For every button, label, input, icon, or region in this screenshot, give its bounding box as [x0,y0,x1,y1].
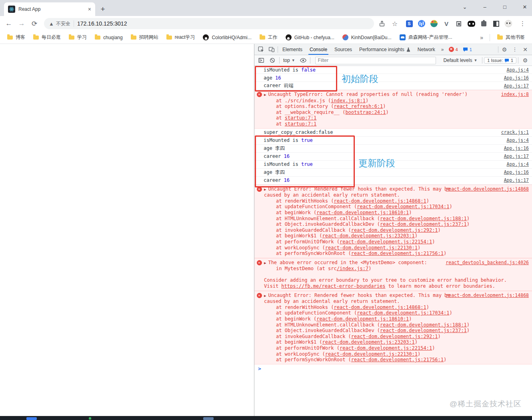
source-link[interactable]: react_devtools_backend.js:4026 [446,260,529,265]
security-warning[interactable]: ▲ 不安全 [49,20,70,27]
extension-copy-icon[interactable] [455,20,463,28]
back-icon[interactable]: ← [3,18,14,29]
issues-badge[interactable]: 1 [460,47,474,52]
bookmark-item[interactable]: 招聘网站 [128,33,162,42]
url-text[interactable]: 172.16.10.125:3012 [77,20,127,27]
tab-search-chevron-icon[interactable]: ⌄ [461,4,469,10]
source-link[interactable]: App.js:16 [499,75,529,81]
extension-sidebar-icon[interactable] [492,20,500,28]
stack-link[interactable]: react-dom.development.js:14868:1 [334,305,426,310]
console-filter-input[interactable] [315,57,436,64]
stack-link[interactable]: react-dom.development.js:23203:1 [322,339,415,345]
expand-triangle-icon[interactable]: ▶ [264,93,266,97]
more-tabs-icon[interactable]: » [439,47,446,52]
share-icon[interactable] [378,20,386,28]
bookmark-item[interactable]: react学习 [163,33,198,42]
stack-link[interactable]: react-dom.development.js:23203:1 [322,233,415,239]
console-settings-icon[interactable]: ⚙ [520,55,530,66]
new-tab-button[interactable]: + [98,4,108,14]
stack-link[interactable]: react-dom.development.js:14868:1 [334,198,426,204]
tab-elements[interactable]: Elements [279,44,306,55]
reload-icon[interactable]: ⟳ [29,18,40,29]
extension-s-icon[interactable]: S [405,20,413,28]
bookmark-item[interactable]: 学习 [66,33,90,42]
stack-link[interactable]: react-dom.development.js:292:1 [351,227,438,233]
stack-link[interactable]: react-dom.development.js:22130:1 [325,245,418,251]
source-link[interactable]: App.js:17 [499,83,529,89]
bookmark-item[interactable]: chuqiang [92,34,126,42]
stack-link[interactable]: react-dom.development.js:21756:1 [351,357,444,362]
issues-counter-button[interactable]: 1 Issue: 1 [484,57,516,64]
console-sidebar-icon[interactable] [256,55,266,66]
stack-link[interactable]: startup:7:1 [285,121,316,127]
bookmark-item[interactable]: KinhDown[BaiDu... [339,33,395,42]
bookmarks-overflow-icon[interactable]: » [478,34,486,41]
expand-triangle-icon[interactable]: ▶ [264,187,266,191]
taskbar-app-icon[interactable] [203,417,214,420]
stack-link[interactable]: react-dom.development.js:292:1 [351,334,438,339]
address-bar[interactable]: ▲ 不安全 172.16.10.125:3012 [44,18,374,29]
extension-vue-icon[interactable]: V [442,20,450,28]
maximize-button[interactable]: □ [501,4,509,10]
source-link[interactable]: App.js:4 [502,67,529,73]
error-badge[interactable]: ✕ 4 [446,47,460,52]
expand-triangle-icon[interactable]: ▶ [264,294,266,298]
source-link[interactable]: App.js:16 [499,169,529,175]
bookmark-item[interactable]: 每日必逛 [30,33,64,42]
stack-link[interactable]: react-dom.development.js:188:1 [380,216,467,221]
stack-link[interactable]: react-dom.development.js:17034:1 [357,204,449,209]
bookmark-item[interactable]: 博客 [4,33,28,42]
extension-analytics-icon[interactable] [418,20,426,28]
bookmark-item[interactable]: GitHub - chefyua... [282,33,338,42]
bookmark-star-icon[interactable]: ☆ [391,20,399,28]
stack-link[interactable]: react-dom.development.js:237:1 [380,221,467,227]
devtools-menu-icon[interactable]: ⋮ [510,44,520,55]
taskbar-app-icon[interactable] [26,417,37,420]
expand-triangle-icon[interactable]: ▶ [264,261,266,265]
browser-menu-icon[interactable]: ⋮ [516,20,529,27]
minimize-button[interactable]: – [481,4,489,10]
devtools-close-icon[interactable]: ✕ [520,44,530,55]
stack-link[interactable]: bootstrap:24:1 [345,109,386,115]
context-selector[interactable]: top▼ [281,58,297,63]
bookmark-item[interactable]: 鼎森网络-产品管理... [396,33,456,42]
stack-link[interactable]: react-dom.development.js:188:1 [380,322,467,328]
tab-close-icon[interactable]: × [88,6,91,12]
inspect-element-icon[interactable] [256,44,266,55]
stack-link[interactable]: /index.js:7 [337,266,368,271]
taskbar-app-icon[interactable] [89,417,91,420]
other-bookmarks-button[interactable]: 其他书签 [494,33,528,42]
browser-tab[interactable]: React App × [4,2,95,16]
bookmark-item[interactable]: ColorlibHQ/Admi... [200,33,254,42]
source-link[interactable]: index.js:8 [501,92,529,97]
stack-link[interactable]: react_refresh:6:1 [334,104,383,109]
source-link[interactable]: App.js:4 [502,137,529,143]
source-link[interactable]: App.js:4 [502,161,529,167]
log-levels-dropdown[interactable]: Default levels▼ [440,58,480,63]
stack-link[interactable]: index.js:8:1 [331,98,366,104]
stack-link[interactable]: react-dom.development.js:17034:1 [357,310,449,316]
source-link[interactable]: react-dom.development.js:14868 [446,186,529,192]
stack-link[interactable]: react-dom.development.js:22154:1 [340,345,432,351]
stack-link[interactable]: startup:7:1 [285,115,316,121]
source-link[interactable]: crack.js:1 [496,129,529,135]
extension-tampermonkey-icon[interactable] [504,20,512,28]
source-link[interactable]: App.js:16 [499,145,529,151]
tab-network[interactable]: Network [414,44,439,55]
stack-link[interactable]: react-dom.development.js:18610:1 [316,210,409,215]
extension-darkreader-icon[interactable] [467,20,475,28]
bookmark-item[interactable]: 工作 [256,33,281,42]
stack-link[interactable]: react-dom.development.js:22130:1 [325,351,418,357]
clear-console-icon[interactable] [267,55,278,66]
extension-bowl-icon[interactable] [430,20,438,28]
live-expression-eye-icon[interactable] [298,55,308,66]
stack-link[interactable]: react-dom.development.js:237:1 [380,328,467,333]
stack-link[interactable]: react-dom.development.js:22154:1 [340,239,432,245]
device-toolbar-icon[interactable] [266,44,277,55]
source-link[interactable]: App.js:17 [499,177,529,183]
close-window-button[interactable]: ✕ [521,4,529,10]
tab-console[interactable]: Console [306,44,331,55]
source-link[interactable]: react-dom.development.js:14868 [446,293,529,298]
stack-link[interactable]: react-dom.development.js:21756:1 [351,251,444,256]
forward-icon[interactable]: → [16,18,27,29]
